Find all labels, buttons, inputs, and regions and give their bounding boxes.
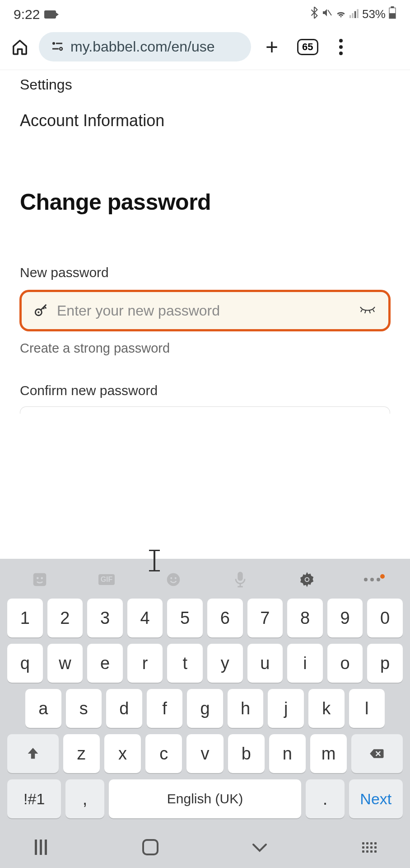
breadcrumb-settings[interactable]: Settings <box>20 76 390 93</box>
mute-vibrate-icon <box>321 7 332 21</box>
keyboard-row-numbers: 1 2 3 4 5 6 7 8 9 0 <box>7 599 403 637</box>
breadcrumb-account-info[interactable]: Account Information <box>20 111 390 130</box>
key-x[interactable]: x <box>104 734 141 773</box>
svg-rect-7 <box>389 13 396 19</box>
key-b[interactable]: b <box>228 734 265 773</box>
key-1[interactable]: 1 <box>7 599 43 637</box>
key-z[interactable]: z <box>63 734 100 773</box>
key-e[interactable]: e <box>87 644 123 683</box>
key-d[interactable]: d <box>106 689 142 728</box>
emoji-icon[interactable] <box>163 570 183 590</box>
new-password-input[interactable] <box>57 302 350 319</box>
key-a[interactable]: a <box>25 689 61 728</box>
key-l[interactable]: l <box>349 689 385 728</box>
tab-switcher-button[interactable]: 65 <box>297 39 318 55</box>
key-backspace[interactable] <box>351 734 403 773</box>
svg-point-19 <box>37 577 39 579</box>
soft-keyboard: GIF 1 2 3 4 5 6 7 8 9 0 q w e r <box>0 559 410 868</box>
key-o[interactable]: o <box>327 644 363 683</box>
svg-line-15 <box>365 311 366 313</box>
key-j[interactable]: j <box>268 689 304 728</box>
camera-icon <box>44 10 56 19</box>
svg-point-27 <box>306 578 309 581</box>
nav-home-button[interactable] <box>137 838 164 856</box>
key-space[interactable]: English (UK) <box>109 779 302 818</box>
svg-line-17 <box>373 310 374 312</box>
keyboard-settings-icon[interactable] <box>297 570 317 590</box>
key-y[interactable]: y <box>207 644 243 683</box>
key-i[interactable]: i <box>287 644 323 683</box>
browser-home-button[interactable] <box>11 38 29 56</box>
key-m[interactable]: m <box>310 734 347 773</box>
key-3[interactable]: 3 <box>87 599 123 637</box>
svg-rect-1 <box>349 15 351 18</box>
svg-rect-18 <box>33 573 47 586</box>
status-time: 9:22 <box>14 7 40 22</box>
key-p[interactable]: p <box>367 644 403 683</box>
key-9[interactable]: 9 <box>327 599 363 637</box>
system-nav-bar <box>0 830 410 868</box>
nav-back-button[interactable] <box>246 838 273 856</box>
svg-point-20 <box>41 577 43 579</box>
voice-input-icon[interactable] <box>230 570 250 590</box>
keyboard-toolbar: GIF <box>0 565 410 599</box>
show-password-icon[interactable] <box>359 304 377 317</box>
wifi-icon <box>335 7 347 21</box>
key-5[interactable]: 5 <box>167 599 203 637</box>
key-4[interactable]: 4 <box>127 599 163 637</box>
keyboard-row-asdf: a s d f g h j k l <box>7 689 403 728</box>
key-2[interactable]: 2 <box>47 599 83 637</box>
key-k[interactable]: k <box>308 689 345 728</box>
new-password-field[interactable] <box>20 290 390 331</box>
key-period[interactable]: . <box>306 779 344 818</box>
nav-keyboard-switch-button[interactable] <box>356 838 383 856</box>
keyboard-row-qwerty: q w e r t y u i o p <box>7 644 403 683</box>
key-0[interactable]: 0 <box>367 599 403 637</box>
bluetooth-icon <box>310 7 319 22</box>
key-q[interactable]: q <box>7 644 43 683</box>
key-w[interactable]: w <box>47 644 83 683</box>
key-f[interactable]: f <box>147 689 183 728</box>
key-c[interactable]: c <box>145 734 182 773</box>
key-r[interactable]: r <box>127 644 163 683</box>
gif-icon[interactable]: GIF <box>97 570 116 590</box>
key-7[interactable]: 7 <box>247 599 283 637</box>
sticker-icon[interactable] <box>30 570 50 590</box>
svg-point-23 <box>175 577 177 579</box>
key-shift[interactable] <box>7 734 59 773</box>
confirm-password-label: Confirm new password <box>20 383 390 398</box>
key-6[interactable]: 6 <box>207 599 243 637</box>
url-text: my.babbel.com/en/use <box>70 38 215 55</box>
page-title: Change password <box>20 189 390 215</box>
key-n[interactable]: n <box>269 734 306 773</box>
key-icon <box>33 302 49 319</box>
svg-line-14 <box>361 310 362 312</box>
svg-line-0 <box>328 10 331 15</box>
battery-icon <box>388 6 396 22</box>
key-s[interactable]: s <box>66 689 102 728</box>
svg-rect-24 <box>238 572 242 581</box>
confirm-password-field-partial[interactable] <box>20 406 390 414</box>
svg-rect-3 <box>354 11 356 18</box>
key-8[interactable]: 8 <box>287 599 323 637</box>
key-next[interactable]: Next <box>349 779 403 818</box>
address-bar[interactable]: my.babbel.com/en/use <box>39 32 251 61</box>
key-comma[interactable]: , <box>65 779 104 818</box>
key-v[interactable]: v <box>186 734 223 773</box>
svg-point-8 <box>52 42 55 45</box>
key-g[interactable]: g <box>187 689 223 728</box>
browser-menu-button[interactable] <box>339 39 343 55</box>
key-t[interactable]: t <box>167 644 203 683</box>
nav-recents-button[interactable] <box>27 838 54 856</box>
svg-point-13 <box>37 311 39 313</box>
key-symbols[interactable]: !#1 <box>7 779 61 818</box>
svg-point-10 <box>60 47 62 50</box>
signal-icon <box>349 7 359 21</box>
svg-rect-2 <box>352 13 353 18</box>
new-tab-button[interactable]: + <box>266 34 278 59</box>
keyboard-more-icon[interactable] <box>364 578 380 581</box>
svg-point-21 <box>167 573 180 586</box>
key-h[interactable]: h <box>228 689 264 728</box>
keyboard-row-bottom: !#1 , English (UK) . Next <box>7 779 403 818</box>
key-u[interactable]: u <box>247 644 283 683</box>
